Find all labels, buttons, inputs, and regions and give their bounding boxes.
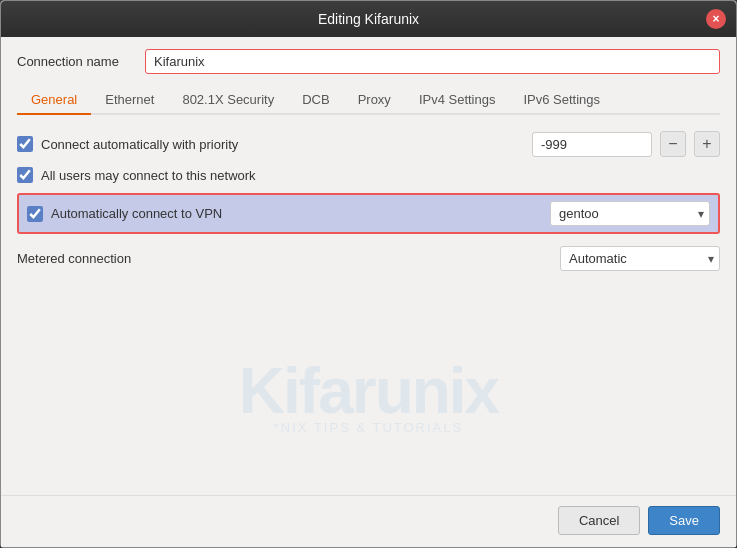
vpn-select-wrapper: gentoo none [550,201,710,226]
metered-label: Metered connection [17,251,552,266]
auto-connect-label: Connect automatically with priority [41,137,524,152]
auto-connect-checkbox[interactable] [17,136,33,152]
watermark: Kifarunix *NIX TIPS & TUTORIALS [17,293,720,495]
vpn-row: Automatically connect to VPN gentoo none [17,193,720,234]
auto-connect-row: Connect automatically with priority − + [17,131,720,157]
watermark-text: Kifarunix [239,354,498,428]
connection-name-row: Connection name [17,49,720,74]
watermark-subtext: *NIX TIPS & TUTORIALS [274,420,463,435]
vpn-checkbox[interactable] [27,206,43,222]
all-users-checkbox[interactable] [17,167,33,183]
all-users-label: All users may connect to this network [41,168,720,183]
tab-general[interactable]: General [17,86,91,115]
all-users-row: All users may connect to this network [17,167,720,183]
metered-select-wrapper: Automatic Yes No [560,246,720,271]
dialog: Editing Kifarunix × Connection name Gene… [0,0,737,548]
general-section: Connect automatically with priority − + … [17,131,720,495]
cancel-button[interactable]: Cancel [558,506,640,535]
tabs-bar: General Ethernet 802.1X Security DCB Pro… [17,86,720,115]
titlebar: Editing Kifarunix × [1,1,736,37]
tab-ipv6[interactable]: IPv6 Settings [509,86,614,115]
metered-select[interactable]: Automatic Yes No [560,246,720,271]
close-button[interactable]: × [706,9,726,29]
tab-ipv4[interactable]: IPv4 Settings [405,86,510,115]
tab-dcb[interactable]: DCB [288,86,343,115]
vpn-label: Automatically connect to VPN [51,206,542,221]
vpn-select[interactable]: gentoo none [550,201,710,226]
priority-input[interactable] [532,132,652,157]
priority-plus-button[interactable]: + [694,131,720,157]
metered-connection-row: Metered connection Automatic Yes No [17,244,720,273]
connection-name-input[interactable] [145,49,720,74]
tab-proxy[interactable]: Proxy [344,86,405,115]
dialog-content: Connection name General Ethernet 802.1X … [1,37,736,495]
connection-name-label: Connection name [17,54,137,69]
priority-minus-button[interactable]: − [660,131,686,157]
tab-8021x[interactable]: 802.1X Security [168,86,288,115]
dialog-footer: Cancel Save [1,495,736,547]
dialog-title: Editing Kifarunix [318,11,419,27]
save-button[interactable]: Save [648,506,720,535]
tab-ethernet[interactable]: Ethernet [91,86,168,115]
